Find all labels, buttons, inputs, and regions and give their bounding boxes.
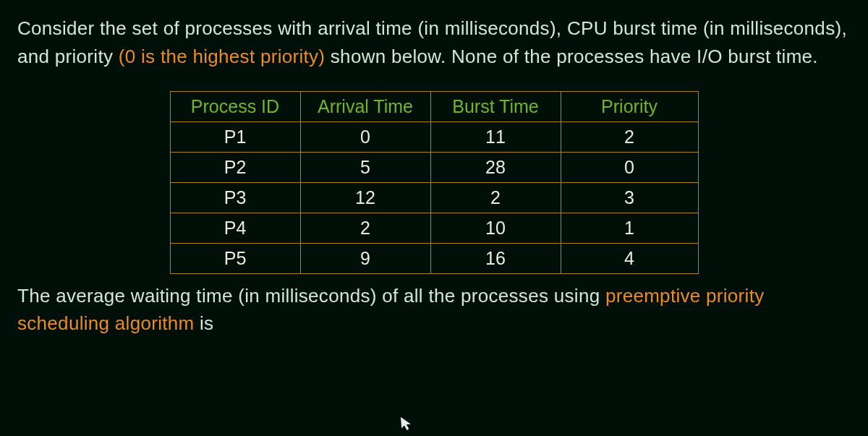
question-outro: The average waiting time (in millisecond… [17, 283, 851, 337]
cell-burst: 10 [430, 213, 561, 244]
cell-priority: 4 [561, 244, 698, 274]
header-burst-time: Burst Time [430, 92, 561, 122]
outro-text-2: is [194, 312, 213, 334]
intro-text-2: shown below. None of the processes have … [325, 46, 818, 67]
intro-highlight: (0 is the highest priority) [119, 46, 326, 67]
question-intro: Consider the set of processes with arriv… [17, 14, 851, 71]
cell-process-id: P2 [170, 153, 300, 183]
cell-burst: 2 [430, 183, 561, 213]
cell-process-id: P4 [170, 213, 300, 244]
table-row: P3 12 2 3 [170, 183, 698, 213]
cell-priority: 3 [561, 183, 698, 213]
cell-process-id: P3 [170, 183, 300, 213]
cell-arrival: 12 [300, 183, 430, 213]
header-arrival-time: Arrival Time [300, 92, 430, 122]
cell-burst: 16 [430, 244, 561, 274]
cell-burst: 28 [430, 153, 561, 183]
cell-burst: 11 [430, 122, 561, 153]
cell-arrival: 0 [300, 122, 430, 153]
table-row: P4 2 10 1 [170, 213, 698, 244]
process-table-wrap: Process ID Arrival Time Burst Time Prior… [17, 91, 851, 274]
table-row: P1 0 11 2 [170, 122, 698, 153]
cell-arrival: 9 [300, 244, 430, 274]
cell-arrival: 5 [300, 153, 430, 183]
header-process-id: Process ID [170, 92, 300, 122]
table-row: P5 9 16 4 [170, 244, 698, 274]
cell-priority: 2 [561, 122, 698, 153]
mouse-cursor-icon [399, 415, 414, 436]
table-header-row: Process ID Arrival Time Burst Time Prior… [170, 92, 698, 122]
cell-process-id: P1 [170, 122, 300, 153]
cell-arrival: 2 [300, 213, 430, 244]
header-priority: Priority [561, 92, 698, 122]
outro-text-1: The average waiting time (in millisecond… [17, 285, 605, 307]
cell-process-id: P5 [170, 244, 300, 274]
process-table: Process ID Arrival Time Burst Time Prior… [170, 91, 699, 274]
cell-priority: 0 [561, 153, 698, 183]
table-row: P2 5 28 0 [170, 153, 698, 183]
cell-priority: 1 [561, 213, 698, 244]
